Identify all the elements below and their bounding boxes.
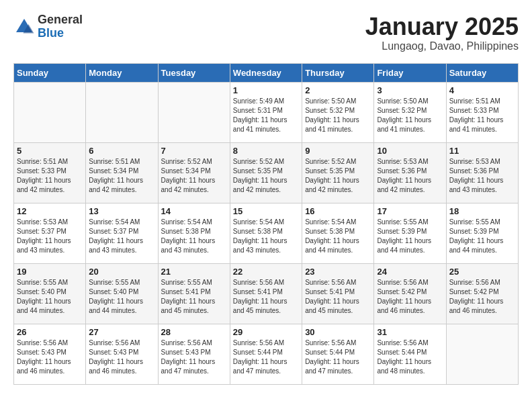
daylight-text: Daylight: 11 hours and 46 minutes. <box>377 298 431 314</box>
sunrise-text: Sunrise: 5:56 AM <box>17 339 68 347</box>
sunrise-text: Sunrise: 5:54 AM <box>305 218 356 226</box>
day-cell: 5 Sunrise: 5:51 AM Sunset: 5:33 PM Dayli… <box>14 142 86 203</box>
sunrise-text: Sunrise: 5:55 AM <box>161 279 212 286</box>
day-info: Sunrise: 5:52 AM Sunset: 5:35 PM Dayligh… <box>305 157 371 195</box>
header-saturday: Saturday <box>446 63 518 82</box>
sunset-text: Sunset: 5:40 PM <box>17 288 66 295</box>
daylight-text: Daylight: 11 hours and 44 minutes. <box>305 237 359 254</box>
daylight-text: Daylight: 11 hours and 42 minutes. <box>17 177 71 193</box>
day-cell: 18 Sunrise: 5:55 AM Sunset: 5:39 PM Dayl… <box>446 203 518 263</box>
sunset-text: Sunset: 5:44 PM <box>305 349 355 356</box>
sunset-text: Sunset: 5:39 PM <box>449 228 499 235</box>
daylight-text: Daylight: 11 hours and 47 minutes. <box>161 358 216 375</box>
day-cell: 3 Sunrise: 5:50 AM Sunset: 5:32 PM Dayli… <box>374 82 446 142</box>
sunrise-text: Sunrise: 5:56 AM <box>161 339 212 347</box>
day-number: 23 <box>305 267 371 277</box>
logo-blue-text: Blue <box>38 27 83 40</box>
day-number: 11 <box>449 146 515 156</box>
daylight-text: Daylight: 11 hours and 45 minutes. <box>305 298 359 314</box>
day-cell: 6 Sunrise: 5:51 AM Sunset: 5:34 PM Dayli… <box>86 142 158 203</box>
day-info: Sunrise: 5:56 AM Sunset: 5:42 PM Dayligh… <box>449 278 515 316</box>
day-cell: 29 Sunrise: 5:56 AM Sunset: 5:44 PM Dayl… <box>230 324 302 384</box>
day-cell: 8 Sunrise: 5:52 AM Sunset: 5:35 PM Dayli… <box>230 142 302 203</box>
day-number: 19 <box>17 267 83 277</box>
sunrise-text: Sunrise: 5:55 AM <box>377 218 428 226</box>
week-row-5: 26 Sunrise: 5:56 AM Sunset: 5:43 PM Dayl… <box>14 324 519 384</box>
sunrise-text: Sunrise: 5:56 AM <box>449 279 500 286</box>
sunset-text: Sunset: 5:35 PM <box>305 167 355 175</box>
day-number: 10 <box>377 146 443 156</box>
day-number: 14 <box>161 206 227 216</box>
sunset-text: Sunset: 5:34 PM <box>161 167 211 175</box>
sunset-text: Sunset: 5:39 PM <box>377 228 427 235</box>
day-info: Sunrise: 5:50 AM Sunset: 5:32 PM Dayligh… <box>305 97 371 134</box>
logo-text: General Blue <box>38 13 83 40</box>
daylight-text: Daylight: 11 hours and 41 minutes. <box>305 116 359 133</box>
sunset-text: Sunset: 5:43 PM <box>17 349 66 356</box>
sunset-text: Sunset: 5:42 PM <box>377 288 427 295</box>
day-cell: 13 Sunrise: 5:54 AM Sunset: 5:37 PM Dayl… <box>86 203 158 263</box>
daylight-text: Daylight: 11 hours and 44 minutes. <box>89 298 143 314</box>
location: Lungaog, Davao, Philippines <box>365 40 519 52</box>
day-info: Sunrise: 5:55 AM Sunset: 5:39 PM Dayligh… <box>377 218 443 255</box>
day-cell: 14 Sunrise: 5:54 AM Sunset: 5:38 PM Dayl… <box>158 203 230 263</box>
sunset-text: Sunset: 5:40 PM <box>89 288 138 295</box>
header-thursday: Thursday <box>302 63 374 82</box>
sunrise-text: Sunrise: 5:50 AM <box>377 97 428 105</box>
header-monday: Monday <box>86 63 158 82</box>
day-number: 17 <box>377 206 443 216</box>
day-info: Sunrise: 5:49 AM Sunset: 5:31 PM Dayligh… <box>233 97 299 134</box>
daylight-text: Daylight: 11 hours and 42 minutes. <box>161 177 216 193</box>
sunset-text: Sunset: 5:38 PM <box>233 228 283 235</box>
daylight-text: Daylight: 11 hours and 45 minutes. <box>233 298 287 314</box>
calendar-table: SundayMondayTuesdayWednesdayThursdayFrid… <box>13 63 519 385</box>
day-info: Sunrise: 5:51 AM Sunset: 5:33 PM Dayligh… <box>449 97 515 134</box>
day-info: Sunrise: 5:53 AM Sunset: 5:37 PM Dayligh… <box>17 218 83 255</box>
day-number: 4 <box>449 85 515 95</box>
day-cell: 4 Sunrise: 5:51 AM Sunset: 5:33 PM Dayli… <box>446 82 518 142</box>
title-block: January 2025 Lungaog, Davao, Philippines <box>365 13 519 52</box>
sunset-text: Sunset: 5:36 PM <box>449 167 499 175</box>
day-cell <box>446 324 518 384</box>
day-cell: 7 Sunrise: 5:52 AM Sunset: 5:34 PM Dayli… <box>158 142 230 203</box>
sunset-text: Sunset: 5:34 PM <box>89 167 138 175</box>
sunrise-text: Sunrise: 5:56 AM <box>305 339 356 347</box>
day-info: Sunrise: 5:51 AM Sunset: 5:34 PM Dayligh… <box>89 157 154 195</box>
day-info: Sunrise: 5:52 AM Sunset: 5:35 PM Dayligh… <box>233 157 299 195</box>
day-info: Sunrise: 5:53 AM Sunset: 5:36 PM Dayligh… <box>449 157 515 195</box>
day-info: Sunrise: 5:54 AM Sunset: 5:37 PM Dayligh… <box>89 218 154 255</box>
month-title: January 2025 <box>365 13 519 40</box>
sunrise-text: Sunrise: 5:51 AM <box>89 158 140 165</box>
day-cell: 20 Sunrise: 5:55 AM Sunset: 5:40 PM Dayl… <box>86 263 158 324</box>
day-number: 7 <box>161 146 227 156</box>
sunset-text: Sunset: 5:33 PM <box>449 107 499 114</box>
daylight-text: Daylight: 11 hours and 41 minutes. <box>377 116 431 133</box>
daylight-text: Daylight: 11 hours and 43 minutes. <box>89 237 143 254</box>
daylight-text: Daylight: 11 hours and 48 minutes. <box>377 358 431 375</box>
day-number: 30 <box>305 327 371 337</box>
day-number: 29 <box>233 327 299 337</box>
daylight-text: Daylight: 11 hours and 46 minutes. <box>449 298 504 314</box>
daylight-text: Daylight: 11 hours and 44 minutes. <box>377 237 431 254</box>
day-cell: 11 Sunrise: 5:53 AM Sunset: 5:36 PM Dayl… <box>446 142 518 203</box>
week-row-2: 5 Sunrise: 5:51 AM Sunset: 5:33 PM Dayli… <box>14 142 519 203</box>
day-cell: 2 Sunrise: 5:50 AM Sunset: 5:32 PM Dayli… <box>302 82 374 142</box>
day-cell: 1 Sunrise: 5:49 AM Sunset: 5:31 PM Dayli… <box>230 82 302 142</box>
sunrise-text: Sunrise: 5:52 AM <box>305 158 356 165</box>
day-cell: 23 Sunrise: 5:56 AM Sunset: 5:41 PM Dayl… <box>302 263 374 324</box>
sunset-text: Sunset: 5:44 PM <box>377 349 427 356</box>
sunrise-text: Sunrise: 5:53 AM <box>449 158 500 165</box>
day-number: 26 <box>17 327 83 337</box>
logo-icon <box>13 16 35 38</box>
day-info: Sunrise: 5:53 AM Sunset: 5:36 PM Dayligh… <box>377 157 443 195</box>
daylight-text: Daylight: 11 hours and 42 minutes. <box>233 177 287 193</box>
day-number: 12 <box>17 206 83 216</box>
day-cell <box>86 82 158 142</box>
day-cell: 24 Sunrise: 5:56 AM Sunset: 5:42 PM Dayl… <box>374 263 446 324</box>
day-cell: 31 Sunrise: 5:56 AM Sunset: 5:44 PM Dayl… <box>374 324 446 384</box>
day-number: 1 <box>233 85 299 95</box>
sunrise-text: Sunrise: 5:55 AM <box>17 279 68 286</box>
daylight-text: Daylight: 11 hours and 44 minutes. <box>449 237 504 254</box>
day-cell: 21 Sunrise: 5:55 AM Sunset: 5:41 PM Dayl… <box>158 263 230 324</box>
day-cell <box>14 82 86 142</box>
